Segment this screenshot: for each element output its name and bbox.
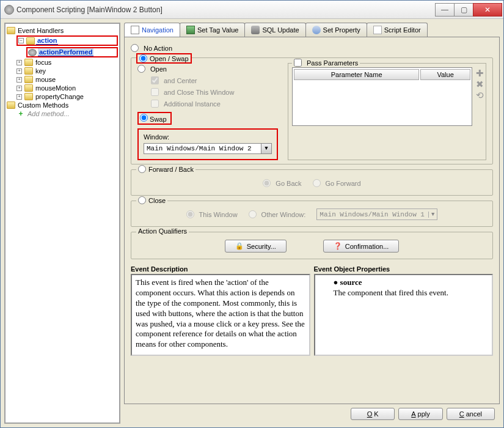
collapse-icon[interactable]: − — [18, 38, 24, 43]
radio-swap[interactable]: Swap — [137, 112, 172, 125]
ok-button[interactable]: OK — [351, 408, 395, 420]
other-window-combo: Main Windows/Main Window 1 ▼ — [316, 208, 437, 220]
radio-forward-back[interactable]: Forward / Back — [136, 165, 195, 173]
tab-bar: Navigation Set Tag Value SQL Update Set … — [124, 23, 500, 37]
confirmation-button[interactable]: ❓ Confirmation... — [323, 240, 400, 253]
parameter-table: Parameter Name Value — [292, 67, 472, 126]
tree-focus[interactable]: +focus — [16, 59, 118, 66]
radio-open-swap-input[interactable] — [139, 54, 147, 62]
tree-event-handlers[interactable]: Event Handlers — [7, 27, 118, 34]
footer-bar: OK Apply Cancel — [124, 404, 500, 424]
cancel-button[interactable]: Cancel — [447, 408, 495, 420]
delete-icon[interactable]: ✖ — [475, 79, 484, 89]
expand-icon[interactable]: + — [16, 77, 22, 83]
chk-pass-parameters[interactable]: Pass Parameters — [292, 59, 360, 67]
tree-custom-methods[interactable]: Custom Methods — [7, 101, 118, 109]
folder-icon — [24, 84, 33, 92]
minimize-button[interactable]: — — [435, 3, 455, 17]
chk-and-close-input — [151, 88, 159, 96]
expand-icon[interactable]: + — [16, 86, 22, 91]
window-selector: Window: ▼ — [137, 128, 278, 160]
event-description-box[interactable]: This event is fired when the 'action' of… — [131, 274, 310, 356]
group-action-qualifiers: Action Qualifiers 🔒 Security... ❓ Confir… — [131, 232, 493, 259]
chk-and-center: and Center — [151, 75, 278, 86]
expand-icon[interactable]: + — [16, 94, 22, 100]
group-open-swap: Open / Swap Open and Center and Close Th… — [131, 57, 493, 164]
tree-action[interactable]: −action — [16, 35, 118, 46]
tab-content: No Action Open / Swap Open and Center an… — [124, 37, 500, 404]
tree-actionperformed[interactable]: actionPerformed — [26, 47, 118, 57]
tree-mousemotion[interactable]: +mouseMotion — [16, 84, 118, 92]
folder-icon — [26, 37, 35, 45]
group-close: Close This Window Other Window: Main Win… — [131, 201, 493, 227]
chk-additional-instance-input — [151, 100, 159, 108]
tab-set-property[interactable]: Set Property — [305, 23, 367, 37]
window-combo-input[interactable] — [144, 144, 261, 153]
folder-icon — [24, 93, 33, 100]
open-swap-left: Open and Center and Close This Window Ad… — [137, 63, 278, 160]
plus-icon: + — [16, 110, 25, 117]
radio-this-window: This Window — [186, 208, 238, 220]
radio-open-swap[interactable]: Open / Swap — [136, 53, 192, 64]
window-label: Window: — [144, 133, 272, 141]
col-parameter-name: Parameter Name — [294, 69, 419, 80]
tab-navigation[interactable]: Navigation — [124, 23, 180, 37]
chevron-down-icon: ▼ — [428, 212, 434, 218]
window-title: Component Scripting [MainWindow 2 Button… — [16, 6, 436, 14]
titlebar: Component Scripting [MainWindow 2 Button… — [1, 1, 503, 19]
link-icon[interactable]: ⟲ — [475, 90, 484, 100]
radio-open-input[interactable] — [137, 65, 145, 73]
folder-icon — [7, 27, 15, 34]
radio-no-action-input[interactable] — [131, 44, 139, 52]
window-combo[interactable]: ▼ — [144, 143, 272, 154]
event-description-panel: Event Description This event is fired wh… — [131, 264, 310, 356]
radio-close[interactable]: Close — [136, 196, 167, 204]
window-buttons: — ▢ ✕ — [436, 3, 503, 17]
folder-icon — [7, 101, 15, 109]
maximize-button[interactable]: ▢ — [454, 3, 473, 17]
chk-and-close: and Close This Window — [151, 86, 278, 98]
radio-go-back-input — [263, 179, 271, 187]
radio-close-input[interactable] — [138, 196, 146, 204]
tab-script-editor[interactable]: Script Editor — [367, 23, 428, 37]
event-properties-box[interactable]: source The component that fired this eve… — [314, 274, 494, 356]
col-value: Value — [420, 69, 470, 80]
radio-no-action[interactable]: No Action — [131, 42, 493, 54]
tab-set-tag[interactable]: Set Tag Value — [180, 23, 245, 37]
source-property-name: source — [334, 278, 362, 287]
folder-icon — [24, 67, 33, 75]
folder-icon — [24, 76, 33, 83]
window-frame: Component Scripting [MainWindow 2 Button… — [0, 0, 504, 428]
table-row — [294, 81, 470, 124]
chk-pass-parameters-input[interactable] — [294, 59, 302, 67]
radio-other-window: Other Window: — [249, 208, 306, 220]
radio-swap-input[interactable] — [140, 114, 148, 122]
event-description-header: Event Description — [131, 264, 310, 274]
radio-other-window-input — [249, 210, 257, 218]
script-icon — [373, 26, 382, 34]
sql-icon — [251, 26, 260, 34]
tree-key[interactable]: +key — [16, 67, 118, 75]
add-icon[interactable]: ✚ — [475, 68, 484, 78]
radio-this-window-input — [186, 210, 194, 218]
tree-panel[interactable]: Event Handlers −action actionPerformed +… — [4, 23, 120, 424]
chevron-down-icon[interactable]: ▼ — [261, 144, 271, 153]
tree-add-method[interactable]: +Add method... — [16, 110, 118, 117]
tab-sql-update[interactable]: SQL Update — [244, 23, 305, 37]
security-button[interactable]: 🔒 Security... — [225, 240, 287, 253]
radio-forward-back-input[interactable] — [138, 165, 146, 173]
prop-icon — [312, 26, 321, 34]
gear-icon — [28, 49, 37, 56]
radio-open[interactable]: Open — [137, 63, 278, 75]
tree-propertychange[interactable]: +propertyChange — [16, 93, 118, 100]
expand-icon[interactable]: + — [16, 68, 22, 74]
radio-go-forward: Go Forward — [313, 177, 361, 189]
apply-button[interactable]: Apply — [398, 408, 443, 420]
radio-go-forward-input — [313, 179, 321, 187]
expand-icon[interactable]: + — [16, 60, 22, 65]
action-qualifiers-label: Action Qualifiers — [136, 227, 189, 235]
tree-mouse[interactable]: +mouse — [16, 76, 118, 83]
param-side-buttons: ✚ ✖ ⟲ — [475, 68, 484, 100]
close-button[interactable]: ✕ — [473, 3, 502, 17]
radio-go-back: Go Back — [263, 177, 301, 189]
